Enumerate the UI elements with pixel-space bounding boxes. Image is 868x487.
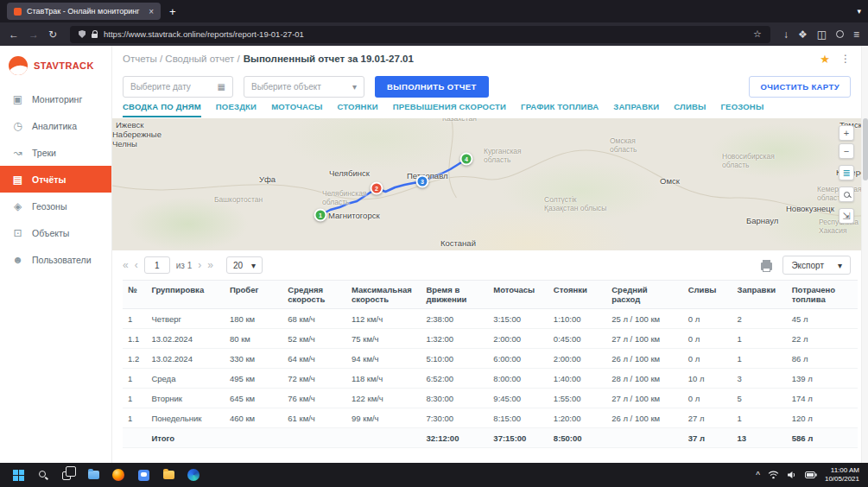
map-marker[interactable]: 4: [460, 153, 473, 166]
report-tab[interactable]: СЛИВЫ: [674, 101, 706, 116]
profile-icon[interactable]: [836, 30, 844, 38]
clear-map-button[interactable]: ОЧИСТИТЬ КАРТУ: [749, 76, 851, 98]
table-cell: 112 км/ч: [346, 309, 421, 329]
sidebar: STAVTRACK ▣ Мониторинг ◷ Аналитика ↝: [0, 46, 112, 463]
run-report-button[interactable]: ВЫПОЛНИТЬ ОТЧЕТ: [375, 76, 489, 98]
table-cell: 330 км: [225, 349, 282, 369]
date-picker-input[interactable]: Выберите дату ▦: [123, 76, 233, 98]
kebab-menu-icon[interactable]: ⋮: [840, 53, 851, 65]
report-tab[interactable]: ГРАФИК ТОПЛИВА: [521, 101, 599, 116]
print-icon[interactable]: [761, 262, 772, 270]
report-tab[interactable]: СВОДКА ПО ДНЯМ: [123, 101, 201, 117]
column-header: Время в движении: [421, 281, 488, 309]
network-icon[interactable]: [768, 471, 779, 479]
object-select[interactable]: Выберите объект ▾: [244, 76, 364, 98]
reload-icon[interactable]: ↻: [48, 29, 57, 40]
report-tab[interactable]: МОТОЧАСЫ: [271, 101, 322, 116]
tab-list-chevron-icon[interactable]: ▾: [857, 7, 861, 16]
table-cell: 645 км: [225, 389, 282, 408]
table-cell: 52 км/ч: [282, 329, 346, 349]
report-tab[interactable]: ГЕОЗОНЫ: [721, 101, 764, 116]
table-cell: 0:45:00: [548, 329, 606, 349]
next-page-button[interactable]: ›: [198, 259, 201, 271]
report-tab[interactable]: ПОЕЗДКИ: [216, 101, 257, 116]
zoom-in-button[interactable]: +: [839, 125, 854, 141]
zoom-out-button[interactable]: −: [839, 143, 854, 159]
last-page-button[interactable]: »: [207, 259, 213, 271]
tray-chevron-icon[interactable]: ^: [756, 471, 760, 480]
column-header: Потрачено топлива: [787, 281, 858, 309]
taskbar-icon[interactable]: [34, 465, 53, 485]
report-tab[interactable]: ЗАПРАВКИ: [613, 101, 659, 116]
extensions-icon[interactable]: ❖: [798, 29, 808, 40]
export-select[interactable]: Экспорт ▾: [782, 256, 851, 275]
table-cell: 72 км/ч: [282, 369, 346, 389]
clock[interactable]: 11:00 AM 10/05/2021: [825, 466, 859, 484]
map-label: Челябинск: [329, 169, 370, 179]
taskbar-icon[interactable]: [134, 465, 153, 485]
shield-icon[interactable]: [79, 30, 86, 38]
map-search-icon[interactable]: [839, 187, 854, 202]
map-marker[interactable]: 2: [371, 182, 383, 195]
report-table: №ГруппировкаПробегСредняя скоростьМаксим…: [123, 280, 858, 448]
first-page-button[interactable]: «: [123, 259, 129, 271]
table-cell: 64 км/ч: [282, 349, 346, 369]
volume-icon[interactable]: [787, 471, 797, 479]
fullscreen-icon[interactable]: ⇲: [839, 208, 854, 224]
taskbar-icon[interactable]: [184, 465, 203, 485]
map[interactable]: Ижевск Набережные Челны Уфа Башкортостан…: [112, 118, 868, 250]
main-content: Отчеты / Сводный отчет / Выполненный отч…: [112, 46, 868, 463]
page-scrollbar[interactable]: [861, 46, 868, 463]
objects-icon: ⊡: [11, 228, 24, 238]
report-tab[interactable]: ПРЕВЫШЕНИЯ СКОРОСТИ: [393, 101, 506, 116]
sidebar-item[interactable]: ◈ Геозоны: [0, 193, 111, 219]
sidebar-item[interactable]: ↝ Треки: [0, 139, 111, 166]
favorite-star-icon[interactable]: ★: [820, 53, 830, 66]
back-icon[interactable]: ←: [9, 29, 19, 40]
sidebar-item[interactable]: ▤ Отчёты: [0, 166, 111, 193]
taskbar-icon[interactable]: [159, 465, 178, 485]
map-label: Магнитогорск: [328, 212, 380, 221]
downloads-icon[interactable]: ↓: [783, 29, 789, 40]
chevron-down-icon[interactable]: ▾: [352, 82, 357, 92]
map-canvas[interactable]: [112, 118, 868, 250]
sidebar-panel-icon[interactable]: ◫: [817, 29, 827, 40]
table-cell: 2: [732, 309, 787, 329]
url-bar[interactable]: https://www.stavtrack.online/reports/rep…: [70, 26, 770, 43]
taskbar-icon[interactable]: [59, 465, 78, 485]
sidebar-item[interactable]: ◷ Аналитика: [0, 112, 111, 139]
breadcrumb-prefix[interactable]: Отчеты / Сводный отчет /: [123, 54, 240, 64]
bookmark-star-icon[interactable]: ☆: [753, 28, 762, 40]
table-cell: 7:30:00: [421, 408, 488, 428]
table-cell: 61 км/ч: [282, 408, 346, 428]
sidebar-item[interactable]: ☻ Пользователи: [0, 246, 111, 273]
table-cell: 45 л: [787, 309, 858, 329]
column-header: №: [123, 281, 146, 309]
taskbar-icon[interactable]: [9, 465, 28, 485]
battery-icon[interactable]: [805, 471, 817, 478]
map-label: Казахстан: [442, 118, 477, 123]
page-input[interactable]: 1: [144, 256, 170, 274]
table-cell: 120 л: [787, 408, 858, 428]
taskbar-icon[interactable]: [109, 465, 128, 485]
report-tab[interactable]: СТОЯНКИ: [337, 101, 377, 116]
sidebar-item[interactable]: ▣ Мониторинг: [0, 85, 111, 112]
new-tab-button[interactable]: +: [169, 5, 176, 18]
taskbar-icons: [9, 465, 203, 485]
browser-tab[interactable]: СтавТрак - Онлайн мониторинг ×: [7, 3, 161, 20]
tab-title: СтавТрак - Онлайн мониторинг: [27, 7, 143, 16]
lock-icon[interactable]: [92, 34, 98, 38]
prev-page-button[interactable]: ‹: [135, 259, 138, 271]
layers-icon[interactable]: ≣: [839, 165, 854, 180]
scrollbar-thumb[interactable]: [863, 118, 868, 180]
close-tab-icon[interactable]: ×: [149, 7, 154, 16]
forward-icon[interactable]: →: [29, 29, 39, 40]
pagination-bar: « ‹ 1 из 1 › » 20 ▾ Экспорт ▾: [112, 250, 868, 280]
menu-icon[interactable]: ≡: [853, 29, 859, 40]
map-marker[interactable]: 1: [314, 209, 327, 222]
page-size-select[interactable]: 20 ▾: [226, 256, 263, 274]
map-marker[interactable]: 3: [416, 175, 429, 188]
sidebar-item[interactable]: ⊡ Объекты: [0, 219, 111, 246]
taskbar-icon[interactable]: [84, 465, 103, 485]
calendar-icon[interactable]: ▦: [218, 82, 225, 92]
